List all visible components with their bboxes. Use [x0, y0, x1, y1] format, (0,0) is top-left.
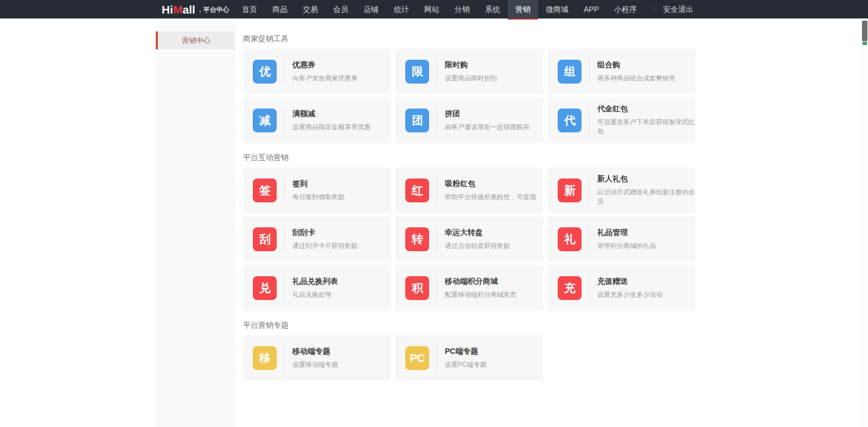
card-divider [589, 226, 590, 252]
card-description: 通过点击转盘获得奖励 [445, 241, 510, 251]
section-title: 商家促销工具 [243, 34, 695, 44]
marketing-card[interactable]: 兑 礼品兑换列表 礼品兑换处理 [243, 265, 391, 310]
nav-tab-3[interactable]: 会员 [326, 0, 356, 20]
card-divider [437, 107, 437, 133]
card-section: 平台营销专题 移 移动端专题 设置移动端专题 PC PC端专题 设置PC端专题 [243, 321, 695, 380]
card-divider [284, 177, 285, 203]
card-text: 签到 每日签到领取奖励 [292, 179, 344, 202]
scrollbar-thumb[interactable] [862, 21, 867, 41]
marketing-card[interactable]: 积 移动端积分商城 配置移动端积分商城首页 [395, 265, 543, 310]
main-content: 商家促销工具 优 优惠券 向客户发放商家优惠券 限 限时购 设置商品限时折扣 组… [243, 21, 695, 380]
card-divider [437, 226, 437, 252]
nav-tab-4[interactable]: 店铺 [356, 0, 386, 20]
card-grid: 移 移动端专题 设置移动端专题 PC PC端专题 设置PC端专题 [243, 335, 695, 380]
card-description: 可设置在客户下单后获得裂变式红包 [597, 118, 695, 136]
card-divider [589, 275, 590, 301]
card-divider [589, 59, 590, 85]
card-description: 帮助平台快速积累粉丝，可提现 [445, 193, 536, 202]
marketing-card[interactable]: 代 代金红包 可设置在客户下单后获得裂变式红包 [548, 98, 695, 143]
card-description: 通过刮开卡片获得奖励 [292, 241, 358, 251]
card-glyph-icon: 转 [405, 227, 429, 251]
card-glyph-icon: 新 [558, 179, 582, 202]
nav-tab-11[interactable]: APP [576, 0, 607, 20]
nav-tab-7[interactable]: 分销 [447, 0, 477, 20]
page-scrollbar-track[interactable] [861, 21, 868, 427]
card-glyph-icon: 红 [405, 179, 429, 202]
marketing-card[interactable]: 转 幸运大转盘 通过点击转盘获得奖励 [395, 216, 543, 262]
nav-tab-1[interactable]: 商品 [265, 0, 295, 20]
card-description: 由客户邀请朋友一起组团购买 [445, 123, 529, 132]
card-text: 移动端积分商城 配置移动端积分商城首页 [445, 277, 516, 299]
card-text: 新人礼包 以活动方式赠送礼券给新注册的会员 [597, 174, 695, 206]
marketing-card[interactable]: 优 优惠券 向客户发放商家优惠券 [243, 49, 391, 94]
card-title: 拼团 [445, 109, 529, 119]
marketing-card[interactable]: 红 吸粉红包 帮助平台快速积累粉丝，可提现 [395, 168, 543, 213]
card-divider [589, 107, 590, 133]
marketing-card[interactable]: 组 组合购 将多种商品组合成套餐销售 [548, 49, 695, 94]
card-glyph-icon: 移 [253, 346, 277, 370]
card-description: 礼品兑换处理 [292, 290, 338, 299]
card-glyph-icon: 礼 [558, 227, 582, 251]
card-glyph-icon: 兑 [253, 276, 277, 300]
section-title: 平台互动营销 [243, 153, 695, 163]
card-title: 移动端专题 [292, 347, 338, 356]
card-text: 拼团 由客户邀请朋友一起组团购买 [445, 109, 529, 132]
logo-suffix: ．平台中心 [197, 5, 229, 15]
card-text: 优惠券 向客户发放商家优惠券 [292, 60, 358, 83]
card-title: 新人礼包 [597, 174, 695, 184]
card-title: 礼品兑换列表 [292, 277, 338, 286]
nav-tab-0[interactable]: 首页 [234, 0, 265, 20]
card-title: 礼品管理 [597, 228, 656, 238]
nav-divider [654, 6, 654, 14]
logo-m-red: M [173, 3, 183, 16]
logout-button[interactable]: 安全退出 [663, 5, 693, 15]
nav-tab-9[interactable]: 营销 [508, 0, 538, 20]
card-glyph-icon: 优 [253, 60, 277, 84]
top-navbar: HiMall ．平台中心 首页商品交易会员店铺统计网站分销系统营销微商城APP小… [0, 0, 868, 20]
marketing-card[interactable]: PC PC端专题 设置PC端专题 [395, 335, 543, 380]
card-text: 礼品管理 管理积分商城的礼品 [597, 228, 656, 251]
card-title: PC端专题 [445, 347, 487, 356]
card-title: 吸粉红包 [445, 179, 536, 189]
card-glyph-icon: 代 [558, 109, 582, 132]
card-glyph-icon: 团 [405, 109, 429, 132]
card-title: 充值赠送 [597, 277, 662, 286]
nav-items: 首页商品交易会员店铺统计网站分销系统营销微商城APP小程序 [234, 0, 644, 20]
card-glyph-icon: 签 [253, 179, 277, 202]
marketing-card[interactable]: 刮 刮刮卡 通过刮开卡片获得奖励 [243, 216, 391, 262]
himall-logo[interactable]: HiMall ．平台中心 [162, 0, 229, 20]
marketing-card[interactable]: 团 拼团 由客户邀请朋友一起组团购买 [395, 98, 543, 143]
marketing-card[interactable]: 充 充值赠送 设置充多少送多少活动 [548, 265, 695, 310]
card-divider [284, 59, 285, 85]
card-text: 充值赠送 设置充多少送多少活动 [597, 277, 662, 299]
card-title: 幸运大转盘 [445, 228, 510, 238]
marketing-card[interactable]: 移 移动端专题 设置移动端专题 [243, 335, 391, 380]
nav-tab-2[interactable]: 交易 [295, 0, 326, 20]
marketing-card[interactable]: 减 满额减 设置商品指定金额享受优惠 [243, 98, 391, 143]
nav-tab-6[interactable]: 网站 [417, 0, 447, 20]
card-glyph-icon: 限 [405, 60, 429, 84]
card-glyph-icon: 减 [253, 109, 277, 132]
card-divider [437, 59, 437, 85]
card-text: 代金红包 可设置在客户下单后获得裂变式红包 [597, 104, 695, 136]
sidebar-item-0[interactable]: 营销中心 [156, 31, 234, 49]
card-title: 移动端积分商城 [445, 277, 516, 286]
card-divider [284, 345, 285, 371]
card-title: 限时购 [445, 60, 497, 70]
card-title: 满额减 [292, 109, 371, 119]
sidebar: 营销中心 [156, 21, 235, 427]
nav-tab-10[interactable]: 微商城 [538, 0, 576, 20]
marketing-card[interactable]: 礼 礼品管理 管理积分商城的礼品 [548, 216, 695, 262]
card-text: 组合购 将多种商品组合成套餐销售 [597, 60, 675, 83]
card-grid: 签 签到 每日签到领取奖励 红 吸粉红包 帮助平台快速积累粉丝，可提现 新 新人… [243, 168, 695, 310]
marketing-card[interactable]: 签 签到 每日签到领取奖励 [243, 168, 391, 213]
card-title: 刮刮卡 [292, 228, 358, 238]
card-divider [284, 226, 285, 252]
card-description: 设置充多少送多少活动 [597, 290, 662, 299]
nav-tab-5[interactable]: 统计 [386, 0, 417, 20]
marketing-card[interactable]: 限 限时购 设置商品限时折扣 [395, 49, 543, 94]
card-text: 刮刮卡 通过刮开卡片获得奖励 [292, 228, 358, 251]
nav-tab-8[interactable]: 系统 [477, 0, 508, 20]
nav-tab-12[interactable]: 小程序 [607, 0, 644, 20]
marketing-card[interactable]: 新 新人礼包 以活动方式赠送礼券给新注册的会员 [548, 168, 695, 213]
